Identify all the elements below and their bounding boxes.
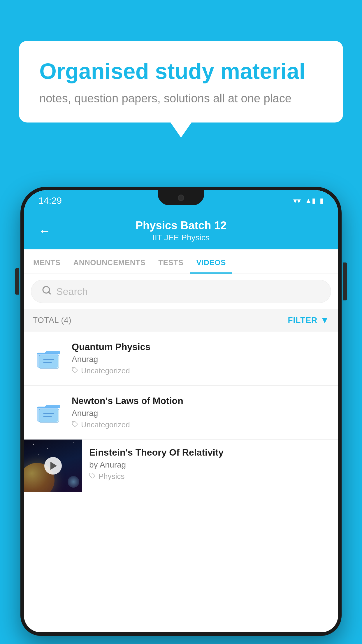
camera-dot [178,195,184,201]
video-tag: Uncategorized [72,420,329,429]
speech-bubble-card: Organised study material notes, question… [19,41,343,123]
filter-row: TOTAL (4) FILTER ▼ [24,309,338,332]
filter-label: FILTER [288,316,317,325]
tag-icon [89,473,96,481]
folder-thumbnail [33,396,65,428]
search-icon [42,285,52,298]
search-container: Search [24,274,338,309]
tab-videos[interactable]: VIDEOS [190,249,232,274]
folder-thumbnail [33,342,65,374]
list-item[interactable]: Einstein's Theory Of Relativity by Anura… [24,440,338,492]
filter-button[interactable]: FILTER ▼ [288,315,329,325]
tag-label: Uncategorized [81,366,130,375]
tab-tests[interactable]: TESTS [152,249,190,274]
header-title: Physics Batch 12 [59,219,303,232]
svg-rect-3 [39,355,59,368]
status-icons: ▾▾ ▲▮ ▮ [293,196,324,205]
tab-ments[interactable]: MENTS [27,249,67,274]
phone-mockup: 14:29 ▾▾ ▲▮ ▮ ← Physics Batch 12 IIT JEE… [20,187,342,644]
tag-icon [72,367,78,375]
video-info: Quantum Physics Anurag Uncategorized [72,342,329,375]
video-author: by Anurag [89,460,331,470]
list-item[interactable]: Newton's Laws of Motion Anurag Uncategor… [24,386,338,440]
play-button[interactable] [44,457,62,475]
tabs-bar: MENTS ANNOUNCEMENTS TESTS VIDEOS [24,249,338,274]
header-subtitle: IIT JEE Physics [59,233,303,242]
svg-line-1 [49,292,50,294]
search-bar[interactable]: Search [31,280,331,303]
battery-icon: ▮ [320,197,324,205]
status-bar: 14:29 ▾▾ ▲▮ ▮ [24,190,338,211]
signal-icon: ▲▮ [305,197,316,205]
video-title: Newton's Laws of Motion [72,396,329,406]
tag-label: Uncategorized [81,420,130,429]
video-author: Anurag [72,355,329,364]
video-title: Quantum Physics [72,342,329,352]
back-button[interactable]: ← [38,225,51,237]
notch [158,190,204,205]
tag-label: Physics [99,472,125,481]
list-item[interactable]: Quantum Physics Anurag Uncategorized [24,332,338,386]
hero-subtitle: notes, question papers, solutions all at… [39,92,323,105]
video-title: Einstein's Theory Of Relativity [89,447,331,458]
video-list: Quantum Physics Anurag Uncategorized [24,332,338,492]
filter-funnel-icon: ▼ [320,315,329,325]
wifi-icon: ▾▾ [293,196,301,205]
app-header: ← Physics Batch 12 IIT JEE Physics [24,211,338,249]
total-count: TOTAL (4) [33,316,71,325]
svg-rect-9 [39,409,59,422]
video-tag: Uncategorized [72,366,329,375]
search-placeholder: Search [56,286,88,297]
video-info: Newton's Laws of Motion Anurag Uncategor… [72,396,329,429]
video-tag: Physics [89,472,331,481]
status-time: 14:29 [38,195,62,206]
video-author: Anurag [72,409,329,418]
tab-announcements[interactable]: ANNOUNCEMENTS [67,249,152,274]
tag-icon [72,421,78,429]
video-info: Einstein's Theory Of Relativity by Anura… [82,440,338,489]
hero-title: Organised study material [39,58,323,84]
video-thumbnail [24,440,82,492]
